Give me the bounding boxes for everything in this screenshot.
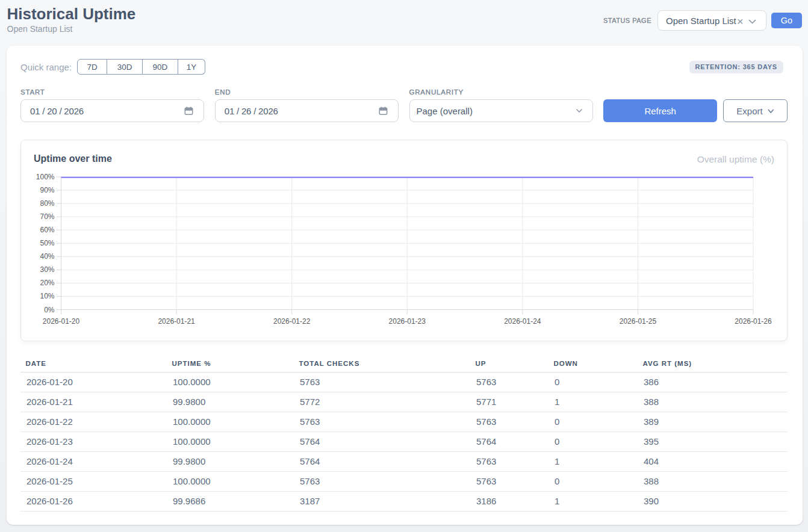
svg-text:2026-01-22: 2026-01-22 [273,317,311,326]
svg-text:2026-01-26: 2026-01-26 [735,317,772,326]
svg-text:70%: 70% [40,212,54,221]
svg-text:40%: 40% [40,252,54,261]
svg-text:0%: 0% [44,306,55,314]
svg-text:10%: 10% [40,292,54,300]
svg-text:30%: 30% [40,265,54,274]
svg-text:100%: 100% [36,173,55,181]
svg-text:2026-01-25: 2026-01-25 [620,317,657,326]
svg-text:2026-01-24: 2026-01-24 [504,317,541,326]
svg-text:60%: 60% [40,226,54,234]
svg-text:80%: 80% [40,199,54,208]
svg-text:2026-01-23: 2026-01-23 [389,317,426,326]
svg-text:20%: 20% [40,279,54,287]
svg-text:50%: 50% [40,239,54,247]
svg-text:2026-01-20: 2026-01-20 [43,317,80,326]
svg-text:2026-01-21: 2026-01-21 [158,317,195,326]
svg-text:90%: 90% [40,186,54,194]
